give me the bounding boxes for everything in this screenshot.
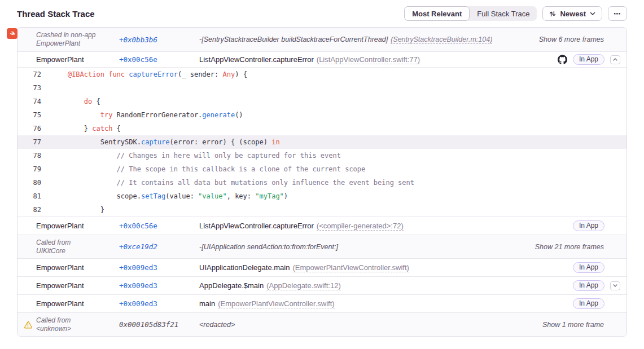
source-code-block: 72 @IBAction func captureError(_ sender:… <box>17 67 627 217</box>
line-number: 77 <box>17 135 41 149</box>
frame-module: EmpowerPlant <box>36 281 119 290</box>
frame-file[interactable]: (EmpowerPlantViewController.swift) <box>218 299 334 308</box>
code-text: do { <box>41 95 100 108</box>
frame-function: -[SentryStacktraceBuilder buildStacktrac… <box>199 36 388 43</box>
frame-function: -[UIApplication sendAction:to:from:forEv… <box>199 243 338 251</box>
frame-address: +0x009ed3 <box>119 299 199 308</box>
ellipsis-icon: ⋯ <box>614 10 621 18</box>
code-line-77: 77 SentrySDK.capture(error: error) { (sc… <box>17 135 627 149</box>
stack-frame-row[interactable]: EmpowerPlant +0x00c56e ListAppViewContro… <box>17 217 627 235</box>
code-line-79: 79 // The scope in this callback is a cl… <box>17 162 627 176</box>
chevron-slot-empty <box>610 263 620 272</box>
code-line-81: 81 scope.setTag(value: "value", key: "my… <box>17 189 627 203</box>
frame-function-cell: -[SentryStacktraceBuilder buildStacktrac… <box>199 36 627 44</box>
frame-function-cell: UIApplicationDelegate.main (EmpowerPlant… <box>199 263 573 272</box>
code-text <box>41 81 51 95</box>
code-text: } catch { <box>41 122 121 135</box>
line-number: 72 <box>17 68 41 81</box>
swift-icon <box>7 28 17 39</box>
frame-function-cell: ListAppViewController.captureError (List… <box>199 55 558 64</box>
frame-address: +0x009ed3 <box>119 281 199 290</box>
frame-file[interactable]: (<compiler-generated>:72) <box>317 222 404 231</box>
frame-icon-slot <box>17 321 36 329</box>
code-text: try RandomErrorGenerator.generate() <box>41 108 243 122</box>
toggle-full-stack-trace[interactable]: Full Stack Trace <box>470 6 537 21</box>
frame-address: +0x0bb3b6 <box>119 36 199 44</box>
code-text: // The scope in this callback is a clone… <box>41 162 365 176</box>
page-title: Thread Stack Trace <box>17 9 95 19</box>
frame-module: EmpowerPlant <box>36 55 119 64</box>
code-text: scope.setTag(value: "value", key: "myTag… <box>41 189 288 203</box>
stack-frame-row-system[interactable]: Called from UIKitCore +0xce19d2 -[UIAppl… <box>17 235 627 258</box>
stack-frame-row-crashed[interactable]: Crashed in non-app EmpowerPlant +0x0bb3b… <box>17 28 627 51</box>
show-more-frames[interactable]: Show 6 more frames <box>539 36 627 43</box>
frame-function-cell: AppDelegate.$main (AppDelegate.swift:12) <box>199 281 573 290</box>
view-toggle: Most Relevant Full Stack Trace <box>404 6 537 21</box>
stack-frame-row[interactable]: EmpowerPlant +0x009ed3 main (EmpowerPlan… <box>17 294 627 312</box>
warning-icon <box>24 321 32 329</box>
frame-badges: In App <box>558 54 627 65</box>
stack-trace-header: Thread Stack Trace Most Relevant Full St… <box>17 0 627 27</box>
frame-address: +0xce19d2 <box>119 242 199 251</box>
code-line-75: 75 try RandomErrorGenerator.generate() <box>17 108 627 122</box>
module-line-1: Called from <box>36 238 119 247</box>
frame-module: EmpowerPlant <box>36 299 119 308</box>
line-number: 82 <box>17 203 41 217</box>
line-number: 78 <box>17 149 41 162</box>
expand-frame-button[interactable] <box>610 281 620 290</box>
stack-frame-row-expanded[interactable]: EmpowerPlant +0x00c56e ListAppViewContro… <box>17 51 627 67</box>
stack-frame-row[interactable]: EmpowerPlant +0x009ed3 UIApplicationDele… <box>17 258 627 276</box>
frame-file[interactable]: (EmpowerPlantViewController.swift) <box>292 263 409 272</box>
code-line-76: 76 } catch { <box>17 122 627 135</box>
frame-function-cell: <redacted> Show 1 more frame <box>199 321 627 329</box>
chevron-slot-empty <box>610 299 620 308</box>
frame-function: AppDelegate.$main <box>199 281 264 290</box>
frame-file[interactable]: (AppDelegate.swift:12) <box>266 281 341 290</box>
code-text: @IBAction func captureError(_ sender: An… <box>41 68 247 81</box>
frame-function-cell: ListAppViewController.captureError (<com… <box>199 222 573 231</box>
frame-file[interactable]: (ListAppViewController.swift:77) <box>317 55 420 64</box>
sort-button[interactable]: Newest <box>542 6 602 21</box>
code-line-80: 80 // It contains all data but mutations… <box>17 176 627 189</box>
stack-frame-row-unknown[interactable]: Called from <unknown> 0x000105d83f21 <re… <box>17 312 627 336</box>
header-controls: Most Relevant Full Stack Trace Newest ⋯ <box>404 6 627 21</box>
module-line-2: <unknown> <box>36 325 119 333</box>
stack-trace-panel: Crashed in non-app EmpowerPlant +0x0bb3b… <box>17 27 627 337</box>
frame-module: Called from <unknown> <box>36 316 119 333</box>
chevron-down-icon <box>590 12 595 16</box>
more-options-button[interactable]: ⋯ <box>608 6 627 21</box>
frame-function: ListAppViewController.captureError <box>199 55 314 64</box>
module-line-1: Called from <box>36 316 119 325</box>
frame-module: Called from UIKitCore <box>36 238 119 255</box>
sort-button-label: Newest <box>560 10 586 18</box>
frame-file[interactable]: (SentryStacktraceBuilder.m:104) <box>391 36 492 44</box>
in-app-badge: In App <box>573 220 604 231</box>
in-app-badge: In App <box>573 280 604 291</box>
github-icon[interactable] <box>558 55 567 64</box>
code-line-73: 73 <box>17 81 627 95</box>
show-more-frames[interactable]: Show 21 more frames <box>535 243 627 251</box>
frame-address: +0x00c56e <box>119 55 199 64</box>
stack-frame-row[interactable]: EmpowerPlant +0x009ed3 AppDelegate.$main… <box>17 276 627 294</box>
frame-badges: In App <box>573 262 627 273</box>
code-line-72: 72 @IBAction func captureError(_ sender:… <box>17 68 627 81</box>
frame-address: +0x009ed3 <box>119 263 199 272</box>
collapse-frame-button[interactable] <box>610 55 620 64</box>
line-number: 81 <box>17 189 41 203</box>
toggle-most-relevant[interactable]: Most Relevant <box>404 6 470 21</box>
code-text: SentrySDK.capture(error: error) { (scope… <box>41 135 280 149</box>
in-app-badge: In App <box>573 54 604 65</box>
line-number: 79 <box>17 162 41 176</box>
line-number: 74 <box>17 95 41 108</box>
line-number: 75 <box>17 108 41 122</box>
in-app-badge: In App <box>573 298 604 309</box>
sort-arrows-icon <box>549 10 556 17</box>
frame-module: EmpowerPlant <box>36 222 119 230</box>
frame-badges: In App <box>573 220 627 231</box>
module-line-2: UIKitCore <box>36 247 119 255</box>
frame-function: main <box>199 299 215 308</box>
line-number: 80 <box>17 176 41 189</box>
code-line-74: 74 do { <box>17 95 627 108</box>
show-more-frames[interactable]: Show 1 more frame <box>542 321 627 329</box>
frame-function: UIApplicationDelegate.main <box>199 263 290 272</box>
